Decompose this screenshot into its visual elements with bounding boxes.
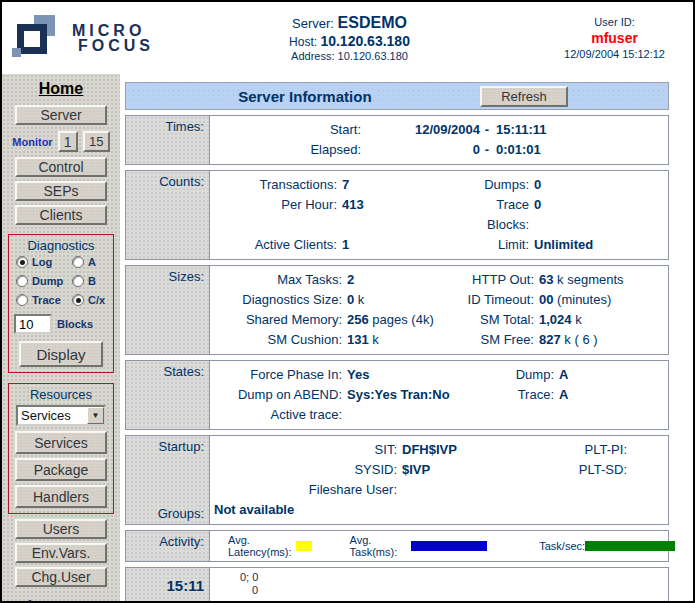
task-color-bar: [411, 541, 487, 551]
times-row-elapsed: Elapsed: 0 - 0:01:01: [212, 140, 666, 160]
display-button[interactable]: Display: [19, 341, 103, 367]
home-link[interactable]: Home: [39, 80, 83, 98]
sidebar: Home Server Monitor 1 15 Control SEPs Cl…: [2, 74, 120, 601]
startup-section: Startup: Groups: SIT: DFH$IVP PLT-PI: SY…: [125, 435, 669, 525]
host-value: 10.120.63.180: [320, 33, 410, 49]
groups-value: Not available: [212, 500, 666, 520]
page-title: Server Information: [126, 83, 484, 109]
user-info: User ID: mfuser 12/09/2004 15:12:12: [564, 16, 665, 60]
radio-option-log[interactable]: Log: [16, 256, 72, 268]
states-section: States: Force Phase In: Yes Dump: A Dump…: [125, 360, 669, 430]
blocks-label: Blocks: [57, 318, 93, 330]
section-label-activity: Activity:: [159, 534, 204, 549]
logo-wordmark: MICRO FOCUS: [72, 23, 154, 53]
monitor-label: Monitor: [12, 136, 52, 148]
legend-task-per-sec: Task/sec:: [539, 540, 675, 552]
user-id-label: User ID:: [564, 16, 665, 28]
section-label-sizes: Sizes:: [169, 269, 204, 284]
chevron-down-icon[interactable]: ▼: [87, 407, 104, 424]
host-label: Host:: [289, 35, 317, 49]
activity-time: 15:11: [166, 571, 204, 594]
clients-button[interactable]: Clients: [15, 205, 107, 225]
page-header: MICRO FOCUS Server: ESDEMO Host: 10.120.…: [2, 2, 693, 74]
server-information-header: Server Information Refresh: [125, 82, 669, 110]
times-section: Times: Start: 12/09/2004 - 15:11:11 Elap…: [125, 115, 669, 165]
radio-option-cx[interactable]: C/x: [72, 294, 114, 306]
envvars-button[interactable]: Env.Vars.: [15, 543, 107, 563]
refresh-button-top[interactable]: Refresh: [480, 86, 568, 107]
timestamp: 12/09/2004 15:12:12: [564, 48, 665, 60]
activity-data-row: 15:11 0; 0 0: [125, 567, 669, 601]
radio-option-dump[interactable]: Dump: [16, 275, 72, 287]
cx-radio[interactable]: [72, 294, 84, 306]
trace-radio[interactable]: [16, 294, 28, 306]
diagnostics-group: Diagnostics Log A Dump: [8, 234, 114, 373]
server-name: ESDEMO: [338, 14, 407, 31]
monitor-count-button[interactable]: 15: [83, 131, 110, 152]
control-button[interactable]: Control: [15, 157, 107, 177]
section-label-startup: Startup:: [158, 439, 204, 454]
main-panel: Server Information Refresh Times: Start:…: [120, 74, 693, 601]
micro-focus-logo: MICRO FOCUS: [12, 15, 154, 61]
services-button[interactable]: Services: [15, 431, 107, 454]
server-identity: Server: ESDEMO Host: 10.120.63.180 Addre…: [232, 14, 467, 62]
legend-avg-task: Avg. Task(ms):: [350, 534, 488, 558]
address-line: Address: 10.120.63.180: [232, 50, 467, 62]
app-window: MICRO FOCUS Server: ESDEMO Host: 10.120.…: [0, 0, 695, 603]
server-label: Server:: [292, 16, 334, 31]
log-radio[interactable]: [16, 256, 28, 268]
resources-group: Resources Services ▼ Services Package Ha…: [8, 383, 114, 514]
activity-section: Activity: Avg. Latency(ms): Avg. Task(ms…: [125, 530, 669, 562]
counts-section: Counts: Transactions: 7 Dumps: 0 Per Hou…: [125, 170, 669, 260]
help-label: Help: [10, 598, 40, 601]
a-radio[interactable]: [72, 256, 84, 268]
blocks-row: Blocks: [12, 314, 110, 334]
section-label-times: Times:: [165, 119, 204, 134]
diagnostics-radio-grid: Log A Dump B: [12, 256, 110, 306]
radio-option-a[interactable]: A: [72, 256, 114, 268]
blocks-input[interactable]: [14, 314, 52, 334]
seps-button[interactable]: SEPs: [15, 181, 107, 201]
latency-color-swatch: [296, 541, 311, 551]
section-label-counts: Counts:: [159, 174, 204, 189]
sizes-section: Sizes: Max Tasks: 2 HTTP Out: 63 k segme…: [125, 265, 669, 355]
server-button[interactable]: Server: [15, 105, 107, 125]
radio-option-b[interactable]: B: [72, 275, 114, 287]
users-button[interactable]: Users: [15, 519, 107, 539]
diagnostics-title: Diagnostics: [27, 238, 94, 253]
activity-values-line1: 0; 0: [240, 571, 666, 584]
legend-avg-latency: Avg. Latency(ms):: [228, 534, 312, 558]
section-label-states: States:: [164, 364, 204, 379]
chguser-button[interactable]: Chg.User: [15, 567, 107, 587]
monitor-row: Monitor 1 15: [12, 131, 109, 152]
b-radio[interactable]: [72, 275, 84, 287]
times-row-start: Start: 12/09/2004 - 15:11:11: [212, 120, 666, 140]
package-button[interactable]: Package: [15, 458, 107, 481]
dump-radio[interactable]: [16, 275, 28, 287]
resources-title: Resources: [30, 387, 92, 402]
activity-values-line2: 0: [252, 584, 666, 597]
section-label-groups: Groups:: [158, 506, 204, 524]
radio-option-trace[interactable]: Trace: [16, 294, 72, 306]
monitor-interval-button[interactable]: 1: [58, 131, 78, 152]
task-sec-color-bar: [585, 541, 675, 551]
user-id-value: mfuser: [564, 30, 665, 46]
resource-type-select[interactable]: Services ▼: [16, 405, 106, 426]
micro-focus-logo-icon: [12, 15, 64, 61]
handlers-button[interactable]: Handlers: [15, 485, 107, 508]
